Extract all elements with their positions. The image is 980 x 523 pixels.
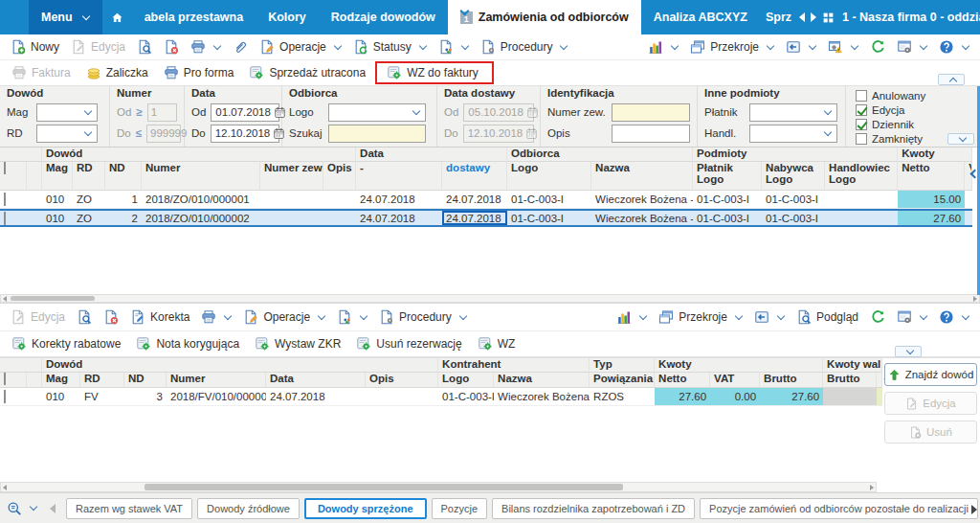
col-header-mag[interactable]: Mag xyxy=(42,162,73,191)
col-header-nd[interactable]: ND xyxy=(105,162,142,191)
tab-pozycje-zamowien-pozostale[interactable]: Pozycje zamówień od odbiorców pozostałe … xyxy=(700,498,978,519)
scrollbar-thumb[interactable] xyxy=(145,484,623,490)
col-header-logo[interactable]: Logo xyxy=(507,162,591,191)
tab-scroll-left-icon[interactable] xyxy=(799,12,805,22)
wystaw-zkr-button[interactable]: Wystaw ZKR xyxy=(249,335,346,352)
opis-input[interactable] xyxy=(612,125,690,143)
navigate-back-button[interactable] xyxy=(748,308,791,326)
refresh-button[interactable] xyxy=(864,308,891,326)
table-row-selected[interactable]: 010 ZO 2 2018/ZO/010/000002 24.07.2018 2… xyxy=(0,209,972,227)
col-header-logo[interactable]: Logo xyxy=(438,373,494,388)
tab-sprzedaz-cut[interactable]: Sprz xyxy=(760,11,797,24)
usun-rezerwacje-button[interactable]: Usuń rezerwację xyxy=(350,335,467,352)
help-button[interactable] xyxy=(933,38,975,56)
podglad-button[interactable]: Podgląd xyxy=(791,308,864,326)
col-header-powiazania[interactable]: Powiązania xyxy=(590,373,655,388)
related-documents-button[interactable] xyxy=(331,308,373,326)
checkbox-zamkniety[interactable]: Zamknięty xyxy=(856,132,925,146)
nota-korygujaca-button[interactable]: Nota korygująca xyxy=(130,335,245,352)
col-header-netto[interactable]: Netto xyxy=(655,373,710,388)
checkbox-dziennik[interactable]: Dziennik xyxy=(856,118,925,131)
dostawy-od-input[interactable]: 05.10.2018 xyxy=(463,103,534,122)
numer-zew-input[interactable] xyxy=(612,103,690,122)
table-row[interactable]: 010 FV 3 2018/FV/010/000003 24.07.2018 0… xyxy=(0,388,882,406)
company-selector[interactable]: 1 - Nasza firma 0 - oddział xyxy=(836,11,980,24)
group-header-kwoty-wal[interactable]: Kwoty wal xyxy=(823,358,882,373)
col-header-nazwa[interactable]: Nazwa xyxy=(591,162,693,191)
col-header-opis[interactable]: Opis xyxy=(323,162,356,191)
checkbox-anulowany[interactable]: Anulowany xyxy=(856,89,925,102)
tabs-scroll-left-icon[interactable] xyxy=(50,504,56,513)
col-header-numer-zew[interactable]: Numer zew. xyxy=(260,162,323,191)
numer-do-input[interactable]: 999999 xyxy=(146,125,181,143)
zaliczka-button[interactable]: Zaliczka xyxy=(80,64,154,81)
attachments-button[interactable] xyxy=(227,38,254,56)
navigate-back-button[interactable] xyxy=(780,38,822,56)
tab-razem-wg-stawek-vat[interactable]: Razem wg stawek VAT xyxy=(66,498,192,519)
operations-button[interactable]: Operacje xyxy=(237,308,331,326)
checkbox-edycja[interactable]: Edycja xyxy=(856,103,925,117)
tab-rodzaje-dowodow[interactable]: Rodzaje dowodów xyxy=(319,0,448,34)
upper-grid-hscrollbar[interactable] xyxy=(0,294,980,303)
col-header-nabywca-logo[interactable]: NabywcaLogo xyxy=(762,162,825,191)
rd-select[interactable] xyxy=(36,125,98,143)
odbiorca-logo-select[interactable] xyxy=(328,103,426,122)
col-header-data[interactable]: Data xyxy=(266,373,366,388)
tab-scroll-right-icon[interactable] xyxy=(811,12,816,22)
col-header-rd[interactable]: RD xyxy=(80,373,124,388)
col-header-platnik-logo[interactable]: PłatnikLogo xyxy=(693,162,762,191)
znajdz-dowod-button[interactable]: Znajdź dowód xyxy=(884,363,977,386)
tab-kolory[interactable]: Kolory xyxy=(256,0,319,34)
col-header-handlowiec-logo[interactable]: HandlowiecLogo xyxy=(825,162,898,191)
operations-button[interactable]: Operacje xyxy=(254,38,347,56)
handl-select[interactable] xyxy=(749,125,837,143)
col-header-vat-cut[interactable]: V xyxy=(965,162,972,191)
row-checkbox-cell[interactable] xyxy=(0,388,27,406)
scroll-left-icon[interactable] xyxy=(3,296,7,302)
charts-button[interactable] xyxy=(611,308,653,326)
sprzedaz-utracona-button[interactable]: Sprzedaż utracona xyxy=(243,64,371,81)
modules-grid-icon[interactable] xyxy=(822,11,835,24)
mag-select[interactable] xyxy=(36,103,98,122)
print-button[interactable] xyxy=(195,308,237,326)
procedures-button[interactable]: Procedury xyxy=(373,308,473,326)
expand-panel-button[interactable] xyxy=(895,346,922,357)
select-all-header[interactable] xyxy=(0,162,27,191)
col-header-numer[interactable]: Numer xyxy=(167,373,266,388)
window-settings-button[interactable] xyxy=(891,38,933,56)
tabs-scroll-right-icon[interactable] xyxy=(971,505,977,514)
window-settings-button[interactable] xyxy=(891,308,933,326)
col-header-dostawy-sorted[interactable]: dostawy xyxy=(442,162,507,191)
expand-filters-button[interactable] xyxy=(947,133,974,145)
dostawy-do-input[interactable]: 12.10.2018 xyxy=(463,125,534,143)
usun-button[interactable]: Usuń xyxy=(884,421,977,443)
new-button[interactable]: Nowy xyxy=(5,38,65,56)
views-button[interactable]: Przekroje xyxy=(653,308,748,326)
edit-button[interactable]: Edycja xyxy=(5,308,71,326)
faktura-button[interactable]: Faktura xyxy=(6,64,77,81)
edycja-button[interactable]: Edycja xyxy=(884,392,977,415)
edit-button[interactable]: Edycja xyxy=(65,38,131,56)
preview-document-button[interactable] xyxy=(131,38,158,56)
delete-document-button[interactable] xyxy=(98,308,124,326)
tab-pozycje[interactable]: Pozycje xyxy=(432,498,488,519)
odbiorca-szukaj-input[interactable] xyxy=(328,125,426,143)
group-header-kwoty[interactable]: Kwoty xyxy=(655,358,823,373)
scroll-right-icon[interactable] xyxy=(973,296,977,302)
related-documents-button[interactable] xyxy=(433,38,475,56)
grid-settings-warning-button[interactable] xyxy=(822,38,864,56)
col-header-netto[interactable]: Netto xyxy=(898,162,965,191)
group-header-data[interactable]: Data xyxy=(356,148,507,162)
col-header-wal-brutto[interactable]: Brutto xyxy=(823,373,877,388)
col-header-rd[interactable]: RD xyxy=(73,162,105,191)
tab-zamowienia-od-odbiorcow[interactable]: 1 Zamówienia od odbiorców xyxy=(448,0,641,34)
group-header-dowod[interactable]: Dowód xyxy=(42,358,438,373)
charts-button[interactable] xyxy=(642,38,684,56)
tab-tabela-przestawna[interactable]: abela przestawna xyxy=(132,0,256,34)
col-header-mag[interactable]: Mag xyxy=(42,373,80,388)
group-header-dowod[interactable]: Dowód xyxy=(42,148,356,162)
data-od-input[interactable]: 01.07.2018 xyxy=(211,103,279,122)
pro-forma-button[interactable]: Pro forma xyxy=(158,64,240,81)
scroll-left-icon[interactable] xyxy=(3,485,7,490)
select-all-header[interactable] xyxy=(0,373,27,388)
